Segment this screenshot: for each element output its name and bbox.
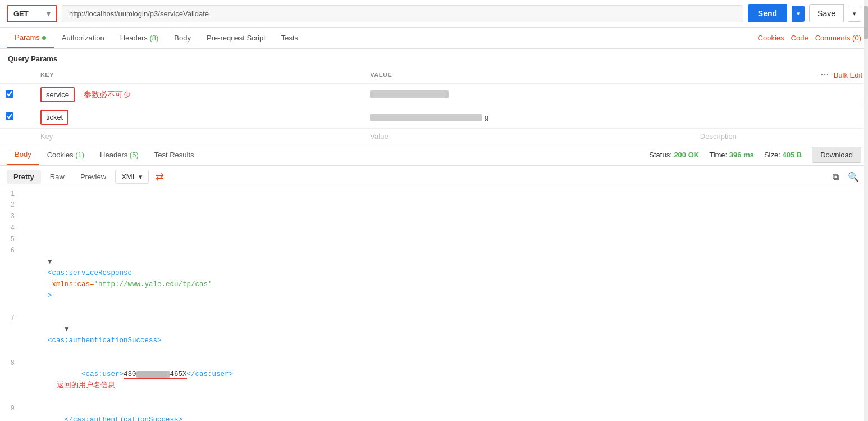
- params-dot: [42, 36, 46, 40]
- expand-icon[interactable]: ▼: [65, 325, 69, 333]
- method-dropdown[interactable]: GET ▾: [7, 5, 57, 22]
- table-row-placeholder: Key Value Description: [0, 129, 868, 144]
- row1-key: service 参数必不可少: [35, 84, 364, 106]
- tab-prerequest[interactable]: Pre-request Script: [199, 28, 273, 48]
- nav-tabs: Params Authorization Headers (8) Body Pr…: [0, 28, 868, 49]
- format-preview-button[interactable]: Preview: [74, 170, 113, 184]
- bulk-edit-button[interactable]: Bulk Edit: [834, 71, 862, 79]
- row2-key: ticket: [35, 106, 364, 129]
- download-button[interactable]: Download: [812, 147, 861, 163]
- params-table: KEY VALUE ··· Bulk Edit service 参数必不可少: [0, 66, 868, 144]
- format-pretty-button[interactable]: Pretty: [7, 170, 41, 184]
- col-value: VALUE: [364, 66, 694, 84]
- code-line-1: 1: [0, 188, 868, 200]
- code-line-7: 7 ▼ <cas:authenticationSuccess>: [0, 313, 868, 357]
- code-viewer: 1 2 3 4 5 6 ▼ <cas:serviceResponse xmlns…: [0, 188, 868, 421]
- row1-checkbox[interactable]: [6, 90, 13, 98]
- code-line-4: 4: [0, 223, 868, 234]
- row2-checkbox[interactable]: [6, 112, 13, 120]
- size-label: Size: 405 B: [764, 151, 802, 159]
- row1-value-blurred: [370, 90, 449, 98]
- status-label: Status: 200 OK: [649, 151, 699, 159]
- row1-checkbox-cell[interactable]: [0, 84, 35, 106]
- tab-body[interactable]: Body: [166, 28, 199, 48]
- annotation-service: 参数必不可少: [84, 90, 131, 100]
- row2-checkbox-cell[interactable]: [0, 106, 35, 129]
- col-key: KEY: [35, 66, 364, 84]
- row2-value-partial: g: [370, 113, 488, 121]
- code-link[interactable]: Code: [791, 34, 808, 42]
- tab-params[interactable]: Params: [7, 28, 54, 48]
- code-line-9: 9 </cas:authenticationSuccess>: [0, 403, 868, 421]
- code-line-8: 8 <cas:user>430465X</cas:user> 返回的用户名信息: [0, 357, 868, 403]
- url-bar[interactable]: http://localhost/uumlogin/p3/serviceVali…: [62, 5, 743, 22]
- table-row: ticket g: [0, 106, 868, 129]
- time-value: 396 ms: [729, 151, 754, 159]
- search-button[interactable]: 🔍: [846, 169, 861, 184]
- response-tab-body[interactable]: Body: [7, 144, 39, 165]
- code-icons: ⧉ 🔍: [830, 169, 861, 184]
- row2-description[interactable]: [695, 106, 868, 129]
- cookies-link[interactable]: Cookies: [758, 34, 784, 42]
- response-tab-cookies[interactable]: Cookies (1): [39, 145, 92, 165]
- tab-tests[interactable]: Tests: [273, 28, 306, 48]
- expand-icon[interactable]: ▼: [48, 258, 52, 266]
- copy-button[interactable]: ⧉: [830, 169, 841, 184]
- col-checkbox: [0, 66, 35, 84]
- tab-headers[interactable]: Headers (8): [112, 28, 167, 48]
- code-toolbar: Pretty Raw Preview XML ▾ ⇄ ⧉ 🔍: [0, 166, 868, 188]
- nav-right-links: Cookies Code Comments (0): [758, 34, 861, 42]
- scrollbar[interactable]: [864, 0, 868, 421]
- placeholder-description[interactable]: Description: [695, 129, 868, 144]
- table-row: service 参数必不可少: [0, 84, 868, 106]
- method-arrow-icon: ▾: [47, 10, 51, 18]
- status-value: 200 OK: [674, 151, 699, 159]
- annotation-username: 返回的用户名信息: [57, 381, 115, 390]
- format-raw-button[interactable]: Raw: [43, 170, 71, 184]
- col-description: ··· Bulk Edit: [695, 66, 868, 84]
- response-tab-headers[interactable]: Headers (5): [92, 145, 147, 165]
- size-value: 405 B: [782, 151, 802, 159]
- code-line-3: 3: [0, 211, 868, 222]
- time-label: Time: 396 ms: [709, 151, 754, 159]
- status-info: Status: 200 OK Time: 396 ms Size: 405 B …: [649, 147, 861, 163]
- response-tab-test-results[interactable]: Test Results: [147, 145, 202, 165]
- send-button[interactable]: Send: [748, 4, 787, 22]
- placeholder-value[interactable]: Value: [364, 129, 694, 144]
- code-line-5: 5: [0, 234, 868, 245]
- language-arrow-icon: ▾: [139, 173, 143, 181]
- scrollbar-thumb[interactable]: [864, 6, 868, 39]
- tab-authorization[interactable]: Authorization: [54, 28, 112, 48]
- send-arrow-button[interactable]: ▾: [792, 6, 805, 22]
- section-query-params: Query Params: [0, 49, 868, 66]
- code-line-6: 6 ▼ <cas:serviceResponse xmlns:cas='http…: [0, 245, 868, 313]
- save-arrow-button[interactable]: ▾: [848, 6, 861, 22]
- more-icon[interactable]: ···: [821, 70, 829, 80]
- top-bar: GET ▾ http://localhost/uumlogin/p3/servi…: [0, 0, 868, 28]
- save-button[interactable]: Save: [809, 4, 844, 22]
- row1-value[interactable]: [364, 84, 694, 106]
- wrap-icon[interactable]: ⇄: [156, 171, 164, 183]
- row1-description[interactable]: [695, 84, 868, 106]
- response-tabs: Body Cookies (1) Headers (5) Test Result…: [0, 144, 868, 166]
- method-label: GET: [13, 10, 29, 18]
- language-label: XML: [121, 173, 136, 181]
- placeholder-key[interactable]: Key: [35, 129, 364, 144]
- code-line-2: 2: [0, 200, 868, 211]
- comments-link[interactable]: Comments (0): [815, 34, 861, 42]
- language-dropdown[interactable]: XML ▾: [115, 170, 149, 184]
- row2-value[interactable]: g: [364, 106, 694, 129]
